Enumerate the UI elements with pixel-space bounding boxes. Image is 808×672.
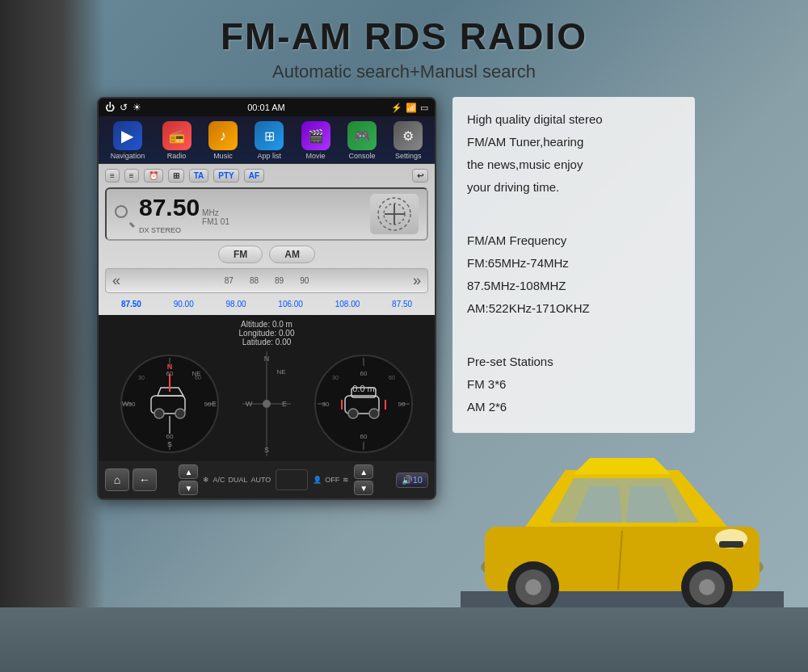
ctrl-back[interactable]: ↩ (412, 169, 428, 183)
preset-6[interactable]: 87.50 (392, 300, 412, 309)
tuner-next[interactable]: » (413, 272, 421, 289)
preset-5[interactable]: 108.00 (335, 300, 360, 309)
ctrl-ta[interactable]: TA (189, 169, 209, 183)
svg-point-35 (175, 409, 185, 418)
svg-text:E: E (212, 400, 217, 408)
svg-text:E: E (282, 400, 287, 408)
presets-bar: 87.50 90.00 98.00 106.00 108.00 87.50 (105, 298, 428, 310)
svg-text:60: 60 (166, 433, 173, 440)
status-right-icons: ⚡ 📶 ▭ (391, 103, 428, 113)
fm-button[interactable]: FM (218, 246, 263, 263)
info-gap2 (467, 330, 680, 349)
off-label: OFF (325, 476, 339, 484)
info-line4: your driving time. (467, 178, 680, 197)
arrow-down-2[interactable]: ▼ (354, 481, 373, 495)
power-icon: ⏻ (105, 102, 115, 113)
status-time: 00:01 AM (247, 103, 284, 112)
gps-panel: Altitude: 0.0 m Longitude: 0.00 Latitude… (99, 315, 435, 461)
antenna-icon (370, 194, 419, 234)
nav-movie[interactable]: 🎬 Movie (301, 121, 330, 160)
info-gap1 (467, 208, 680, 228)
svg-text:N: N (264, 355, 270, 363)
ctrl-rds[interactable]: ≡ (124, 169, 139, 183)
nav-settings[interactable]: ⚙ Settings (393, 121, 423, 160)
freq-label: DX STEREO (139, 226, 229, 234)
freq-info: 87.50 MHz FM1 01 DX STEREO (139, 194, 229, 234)
svg-text:W: W (246, 400, 253, 408)
svg-text:60: 60 (389, 375, 395, 380)
preset-1[interactable]: 87.50 (121, 300, 141, 309)
nav-radio-label: Radio (167, 152, 187, 160)
gps-altitude: Altitude: 0.0 m (107, 320, 427, 329)
svg-text:NE: NE (276, 368, 285, 376)
frequency-display: 87.50 MHz FM1 01 DX STEREO (105, 187, 428, 241)
ctrl-eq[interactable]: ≡ (105, 169, 120, 183)
info-line10: FM 3*6 (467, 375, 680, 394)
tuner-prev[interactable]: « (112, 272, 120, 289)
am-button[interactable]: AM (269, 246, 315, 263)
info-line8: AM:522KHz-171OKHZ (467, 299, 680, 318)
tuner-bar: « 87 88 89 90 » (105, 268, 428, 293)
scale-87: 87 (225, 276, 234, 285)
middle-section: ⏻ ↺ ☀ 00:01 AM ⚡ 📶 ▭ ▶ Navigation � (0, 89, 808, 500)
arrow-up-2[interactable]: ▲ (354, 464, 373, 479)
right-gauge: 60 60 30 90 30 60 0.0 m (311, 351, 416, 456)
fan-icon: ≋ (343, 476, 349, 484)
battery-icon: ▭ (420, 103, 428, 113)
nav-settings-label: Settings (395, 152, 422, 160)
svg-text:N: N (166, 363, 172, 371)
home-button[interactable]: ⌂ (105, 468, 129, 491)
svg-text:W: W (121, 400, 128, 408)
arrow-down[interactable]: ▼ (179, 481, 198, 495)
main-content: FM-AM RDS RADIO Automatic search+Manusl … (0, 0, 808, 672)
preset-4[interactable]: 106.00 (278, 300, 303, 309)
preset-3[interactable]: 98.00 (226, 300, 246, 309)
nav-bar: ▶ Navigation 📻 Radio ♪ Music ⊞ App list … (99, 116, 435, 164)
nav-console[interactable]: 🎮 Console (347, 121, 377, 160)
nav-movie-label: Movie (306, 152, 326, 160)
svg-text:S: S (264, 446, 269, 454)
usb-icon: ⚡ (391, 103, 402, 113)
up-down-arrows-2: ▲ ▼ (354, 464, 373, 495)
radio-controls: ≡ ≡ ⏰ ⊞ TA PTY AF ↩ (105, 169, 428, 183)
gps-longitude: Longitude: 0.00 (107, 329, 427, 338)
ctrl-grid[interactable]: ⊞ (168, 169, 184, 183)
page-title: FM-AM RDS RADIO (0, 15, 808, 58)
nav-applist-icon: ⊞ (255, 121, 284, 150)
info-line5: FM/AM Frequency (467, 231, 680, 250)
nav-console-icon: 🎮 (347, 121, 377, 150)
up-down-arrows: ▲ ▼ (179, 464, 198, 495)
ctrl-clock[interactable]: ⏰ (144, 169, 163, 183)
device-screen: ⏻ ↺ ☀ 00:01 AM ⚡ 📶 ▭ ▶ Navigation � (97, 97, 436, 500)
info-line9: Pre-set Stations (467, 352, 680, 372)
title-section: FM-AM RDS RADIO Automatic search+Manusl … (0, 0, 808, 89)
nav-applist[interactable]: ⊞ App list (255, 121, 284, 160)
volume-button[interactable]: 🔊10 (396, 472, 428, 488)
info-line2: FM/AM Tuner,hearing (467, 132, 680, 152)
preset-2[interactable]: 90.00 (174, 300, 194, 309)
svg-text:60: 60 (360, 433, 368, 440)
nav-music[interactable]: ♪ Music (208, 121, 238, 160)
nav-settings-icon: ⚙ (393, 121, 423, 150)
back-icon: ↺ (120, 102, 128, 113)
freq-number-row: 87.50 MHz FM1 01 (139, 194, 229, 226)
scale-88: 88 (250, 276, 259, 285)
info-line3: the news,music enjoy (467, 155, 680, 174)
ctrl-af[interactable]: AF (244, 169, 264, 183)
tuner-scale: 87 88 89 90 (225, 276, 309, 285)
temp-display (276, 469, 308, 490)
svg-text:NE: NE (191, 370, 200, 377)
nav-radio[interactable]: 📻 Radio (162, 121, 191, 160)
arrow-up[interactable]: ▲ (179, 464, 198, 479)
nav-navigation[interactable]: ▶ Navigation (111, 121, 145, 160)
svg-text:90: 90 (204, 401, 211, 408)
auto-label: AUTO (250, 476, 271, 484)
radio-panel: ≡ ≡ ⏰ ⊞ TA PTY AF ↩ (99, 164, 435, 315)
bottom-bar: ⌂ ← ▲ ▼ ❄ A/C DUAL AUTO 👤 (99, 461, 435, 498)
nav-music-label: Music (213, 152, 233, 160)
info-line11: AM 2*6 (467, 397, 680, 417)
back-button[interactable]: ← (133, 468, 157, 491)
svg-text:0.0 m: 0.0 m (353, 384, 376, 393)
ctrl-pty[interactable]: PTY (213, 169, 238, 183)
svg-point-65 (348, 409, 358, 418)
